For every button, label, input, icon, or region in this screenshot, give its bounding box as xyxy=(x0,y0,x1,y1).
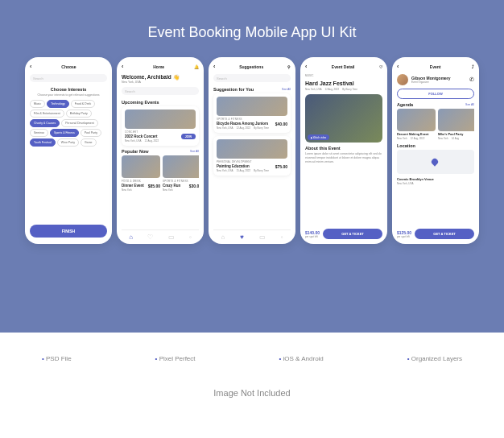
share-icon[interactable]: ⤴ xyxy=(472,64,474,69)
back-icon[interactable]: ‹ xyxy=(122,64,123,69)
meta-time: By Barry Time xyxy=(254,126,269,130)
feature-item: PSD File xyxy=(42,355,72,362)
map-pin-icon xyxy=(431,157,440,166)
popular-card[interactable]: SPORTS & FITNESS Crazy Run$30.00 New Yor… xyxy=(163,155,199,192)
suggestion-card[interactable]: PERSONAL DEVELOPMENT Painting Education$… xyxy=(213,136,291,176)
interest-chip[interactable]: Seminar xyxy=(30,129,48,137)
nav-home-icon[interactable]: ⌂ xyxy=(129,233,133,241)
hero-image: ▶ Watch video xyxy=(305,94,382,143)
notification-icon[interactable]: 🔔 xyxy=(194,64,199,69)
card-image xyxy=(217,97,287,116)
card-image xyxy=(438,109,474,131)
nav-profile-icon[interactable]: ◦ xyxy=(281,233,283,241)
interest-chip[interactable]: Game xyxy=(81,138,97,147)
back-icon[interactable]: ‹ xyxy=(305,64,307,69)
meta-location: New York xyxy=(438,137,448,140)
map[interactable] xyxy=(397,150,474,174)
search-input[interactable]: Search xyxy=(122,87,199,95)
about-text: Lorem ipsum dolor sit amet consectetur a… xyxy=(305,152,382,164)
nav-favorite-icon[interactable]: ♥ xyxy=(240,233,244,241)
section-title: Suggestion for You xyxy=(213,87,254,92)
agenda-title: Agenda xyxy=(397,102,413,107)
bottom-nav: ⌂ ♥ ▭ ◦ xyxy=(213,229,291,241)
interest-chip[interactable]: Sports & Fitness xyxy=(50,129,79,137)
interest-chip[interactable]: Personal Development xyxy=(61,119,97,127)
card-title: Bicycle Races Among Juniors xyxy=(217,122,268,126)
screen-choose: ‹ Choose Search Choose Interests Choose … xyxy=(25,57,112,244)
back-icon[interactable]: ‹ xyxy=(397,64,399,69)
popular-title: Popular Now xyxy=(122,149,149,154)
meta-date: 15 Aug, 2022 xyxy=(237,169,251,172)
card-image xyxy=(163,155,199,178)
price-sub: per spot left xyxy=(397,235,411,238)
interest-chip[interactable]: Pool Party xyxy=(81,129,101,137)
interest-chip[interactable]: Music xyxy=(30,100,45,108)
promo-title: Event Booking Mobile App UI Kit xyxy=(0,0,504,57)
nav-home-icon[interactable]: ⌂ xyxy=(221,233,225,241)
back-icon[interactable]: ‹ xyxy=(30,64,31,69)
interest-chip[interactable]: Film & Entertainment xyxy=(30,110,64,118)
meta-date: 12 Aug, 2022 xyxy=(411,137,425,140)
meta-time: By Barry Time xyxy=(342,88,357,91)
agenda-card[interactable]: Mike's Pool Party New York14 Aug xyxy=(438,109,474,140)
meta-location: New York xyxy=(397,137,407,140)
see-all-link[interactable]: See All xyxy=(465,103,474,106)
section-subtitle: Choose your interests to get relevant su… xyxy=(30,93,107,97)
nav-profile-icon[interactable]: ◦ xyxy=(189,233,192,241)
get-ticket-button[interactable]: GET A TICKET xyxy=(415,229,474,239)
header-title: Suggestions xyxy=(239,64,263,69)
meta-location: New York, USA xyxy=(125,139,142,143)
finish-button[interactable]: FINISH xyxy=(30,225,107,238)
follow-button[interactable]: FOLLOW xyxy=(397,89,474,99)
meta-location: New York xyxy=(163,188,173,192)
see-all-link[interactable]: See All xyxy=(282,88,291,91)
card-image xyxy=(217,139,287,159)
watch-video-button[interactable]: ▶ Watch video xyxy=(308,134,329,140)
card-title: Crazy Run xyxy=(163,184,180,188)
nav-favorite-icon[interactable]: ♡ xyxy=(147,233,153,241)
interest-chip[interactable]: Birthday Party xyxy=(66,110,92,118)
screen-event-organizer: ‹ Event ⤴ Gibson Montgomery Event Organi… xyxy=(392,57,479,244)
price: $140.00 xyxy=(305,230,320,235)
interest-chip[interactable]: Food & Drink xyxy=(71,100,95,108)
search-input[interactable]: Search xyxy=(30,74,107,82)
interest-chip[interactable]: Wine Party xyxy=(57,138,79,147)
screen-suggestions: ‹ Suggestions ⚲ Search Suggestion for Yo… xyxy=(209,57,295,244)
interest-chip[interactable]: Youth Festival xyxy=(30,138,56,147)
search-icon[interactable]: ⚲ xyxy=(287,64,291,69)
event-title: Hard Jazz Festival xyxy=(305,81,382,86)
promo-footer: PSD FilePixel PerfectiOS & AndroidOrgani… xyxy=(0,333,504,438)
get-ticket-button[interactable]: GET A TICKET xyxy=(323,229,382,239)
back-icon[interactable]: ‹ xyxy=(213,64,215,69)
favorite-icon[interactable]: ♡ xyxy=(379,64,382,69)
upcoming-card[interactable]: CONCERT 2022 Rock Concert JOIN New York,… xyxy=(122,106,199,146)
meta-location: New York, USA xyxy=(217,169,233,172)
search-input[interactable]: Search xyxy=(213,74,291,82)
suggestion-card[interactable]: SPORTS & FITNESS Bicycle Races Among Jun… xyxy=(213,93,291,133)
popular-card[interactable]: FOOD & DRINK Dinner Event$85.00 New York xyxy=(122,155,160,192)
meta-date: 12 Aug, 2022 xyxy=(145,139,159,143)
card-price: $30.00 xyxy=(189,184,199,188)
location-title: Location xyxy=(397,143,474,148)
location-text: New York, USA xyxy=(122,81,199,84)
price: $125.00 xyxy=(397,230,411,235)
join-button[interactable]: JOIN xyxy=(181,134,196,139)
meta-location: New York xyxy=(122,188,132,192)
nav-ticket-icon[interactable]: ▭ xyxy=(168,233,175,241)
screen-event-detail: ‹ Event Detail ♡ MUSIC Hard Jazz Festiva… xyxy=(300,57,387,244)
see-all-link[interactable]: See All xyxy=(190,150,199,153)
play-icon: ▶ xyxy=(311,136,312,139)
call-icon[interactable]: ✆ xyxy=(469,76,474,83)
nav-ticket-icon[interactable]: ▭ xyxy=(259,233,266,241)
section-title: Choose Interests xyxy=(30,87,107,92)
meta-date: 12 Aug, 2022 xyxy=(325,88,340,91)
spacer xyxy=(106,64,107,69)
image-note: Image Not Included xyxy=(0,369,504,438)
interest-chips: MusicTechnologyFood & DrinkFilm & Entert… xyxy=(30,100,107,147)
card-image xyxy=(397,109,436,131)
interest-chip[interactable]: Charity & Causes xyxy=(30,119,60,127)
meta-time: By Barry Time xyxy=(254,169,269,172)
interest-chip[interactable]: Technology xyxy=(47,100,69,108)
about-title: About this Event xyxy=(305,146,382,151)
agenda-card[interactable]: Dessert Making Event New York12 Aug, 202… xyxy=(397,109,436,140)
